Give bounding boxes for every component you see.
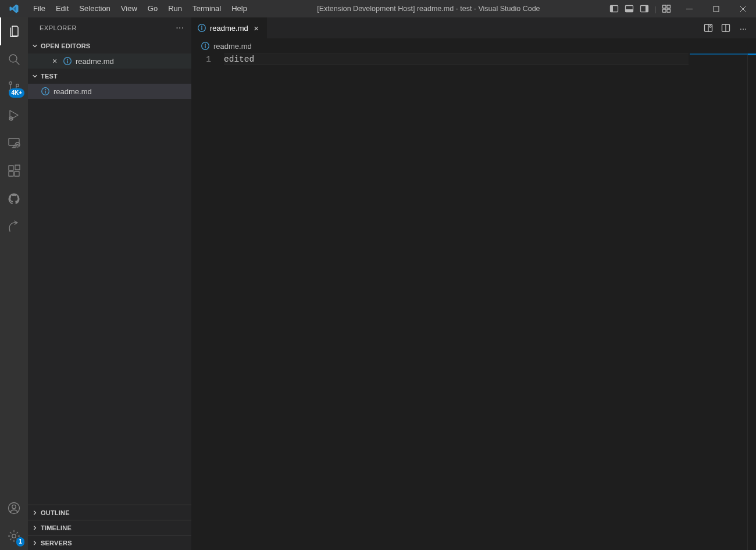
activity-settings[interactable]: 1 <box>0 522 28 550</box>
editor-actions: ··· <box>701 17 756 38</box>
sidebar-title-row: EXPLORER ··· <box>28 17 191 38</box>
tab-readme[interactable]: readme.md × <box>191 17 268 38</box>
svg-rect-8 <box>663 9 666 12</box>
window-maximize-button[interactable] <box>702 0 729 17</box>
markdown-info-icon <box>63 56 72 66</box>
toggle-panel-icon[interactable] <box>622 2 636 16</box>
activity-source-control[interactable]: 4K+ <box>0 73 28 101</box>
customize-layout-icon[interactable] <box>659 2 673 16</box>
svg-rect-6 <box>663 5 666 8</box>
file-item[interactable]: readme.md <box>28 84 191 99</box>
svg-point-11 <box>9 55 17 62</box>
section-outline[interactable]: OUTLINE <box>28 505 191 520</box>
window-title: [Extension Development Host] readme.md -… <box>252 5 605 13</box>
minimap[interactable] <box>690 53 748 550</box>
editor-group: readme.md × ··· readme.md 1 <box>191 17 756 550</box>
section-label: OPEN EDITORS <box>41 42 90 49</box>
svg-point-23 <box>12 505 16 508</box>
tab-bar: readme.md × ··· <box>191 17 756 38</box>
svg-point-12 <box>9 82 12 85</box>
window-minimize-button[interactable] <box>676 0 702 17</box>
activity-extensions[interactable] <box>0 157 28 185</box>
svg-point-14 <box>16 84 19 87</box>
code-content: edited <box>224 55 254 64</box>
open-preview-side-icon[interactable] <box>701 21 715 35</box>
markdown-info-icon <box>197 23 206 33</box>
svg-rect-7 <box>667 5 671 8</box>
svg-rect-3 <box>626 9 633 12</box>
toggle-secondary-sidebar-icon[interactable] <box>637 2 651 16</box>
activity-explorer[interactable] <box>0 17 28 45</box>
toggle-primary-sidebar-icon[interactable] <box>607 2 621 16</box>
editor-scrollbar[interactable] <box>748 53 756 550</box>
menu-item-go[interactable]: Go <box>142 0 163 17</box>
section-label: SERVERS <box>41 540 72 547</box>
activity-bar: 4K+ 1 <box>0 17 28 550</box>
section-timeline[interactable]: TIMELINE <box>28 520 191 535</box>
markdown-info-icon <box>41 87 50 96</box>
tab-close-icon[interactable]: × <box>252 23 261 33</box>
svg-rect-19 <box>9 172 13 176</box>
menu-item-run[interactable]: Run <box>163 0 187 17</box>
svg-rect-9 <box>667 9 671 12</box>
split-editor-icon[interactable] <box>719 21 733 35</box>
section-open-editors[interactable]: OPEN EDITORS <box>28 38 191 53</box>
settings-badge: 1 <box>16 537 24 547</box>
section-label: TEST <box>41 73 58 80</box>
title-bar: File Edit Selection View Go Run Terminal… <box>0 0 756 17</box>
menu-item-edit[interactable]: Edit <box>51 0 74 17</box>
file-label: readme.md <box>54 87 92 96</box>
menu-item-file[interactable]: File <box>28 0 51 17</box>
svg-rect-33 <box>201 27 202 30</box>
svg-point-32 <box>201 26 202 27</box>
open-editor-label: readme.md <box>76 57 114 66</box>
svg-point-29 <box>45 89 46 90</box>
svg-rect-20 <box>15 172 19 176</box>
svg-rect-10 <box>714 6 719 12</box>
svg-rect-1 <box>611 6 614 12</box>
menu-item-terminal[interactable]: Terminal <box>187 0 226 17</box>
svg-rect-18 <box>9 166 13 170</box>
section-label: OUTLINE <box>41 509 70 516</box>
svg-rect-30 <box>45 91 45 94</box>
svg-rect-39 <box>205 45 205 48</box>
activity-github[interactable] <box>0 185 28 213</box>
text-editor[interactable]: 1 edited <box>191 53 756 550</box>
close-editor-icon[interactable]: × <box>50 56 59 66</box>
layout-controls: | <box>605 2 676 16</box>
editor-more-icon[interactable]: ··· <box>736 21 750 35</box>
menu-item-selection[interactable]: Selection <box>74 0 115 17</box>
sidebar-more-icon[interactable]: ··· <box>176 23 184 33</box>
section-folder[interactable]: TEST <box>28 69 191 84</box>
activity-accounts[interactable] <box>0 494 28 522</box>
breadcrumb-label: readme.md <box>213 42 252 51</box>
open-editor-item[interactable]: × readme.md <box>28 53 191 69</box>
svg-point-38 <box>205 44 206 45</box>
menu-bar: File Edit Selection View Go Run Terminal… <box>28 0 252 17</box>
svg-point-35 <box>709 26 711 27</box>
activity-run-debug[interactable] <box>0 101 28 129</box>
section-servers[interactable]: SERVERS <box>28 535 191 550</box>
tab-label: readme.md <box>210 24 248 33</box>
source-control-badge: 4K+ <box>9 88 24 98</box>
svg-point-24 <box>12 534 16 538</box>
activity-share-icon[interactable] <box>0 213 28 241</box>
svg-rect-21 <box>15 165 20 170</box>
vscode-logo-icon <box>0 3 28 14</box>
section-label: TIMELINE <box>41 524 72 531</box>
sidebar-explorer: EXPLORER ··· OPEN EDITORS × readme.md TE… <box>28 17 191 550</box>
activity-remote-explorer[interactable] <box>0 129 28 157</box>
breadcrumb[interactable]: readme.md <box>191 38 756 53</box>
markdown-info-icon <box>201 41 210 51</box>
menu-item-help[interactable]: Help <box>226 0 252 17</box>
svg-point-26 <box>67 59 68 60</box>
window-controls <box>676 0 756 17</box>
line-number: 1 <box>191 55 224 64</box>
menu-item-view[interactable]: View <box>116 0 142 17</box>
sidebar-title: EXPLORER <box>40 24 77 31</box>
window-close-button[interactable] <box>729 0 756 17</box>
activity-search[interactable] <box>0 45 28 73</box>
svg-rect-27 <box>67 60 67 63</box>
svg-rect-5 <box>646 6 648 12</box>
